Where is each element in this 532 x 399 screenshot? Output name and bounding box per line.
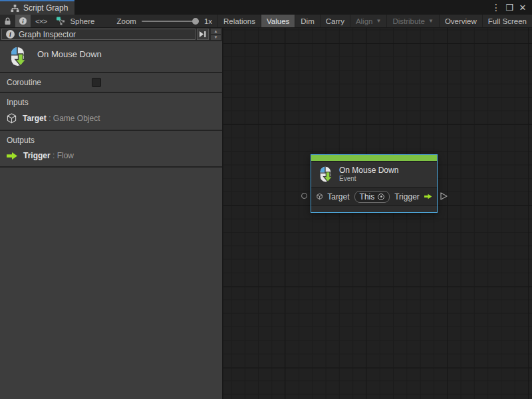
trigger-port-label: Trigger	[394, 192, 420, 201]
zoom-control: Zoom 1x	[111, 15, 217, 27]
graph-name-label: Sphere	[70, 17, 94, 25]
toolbar-button-dim[interactable]: Dim	[295, 15, 319, 27]
info-icon: i	[19, 17, 27, 25]
window-menu-icon[interactable]: ⋮	[491, 2, 501, 13]
coroutine-row: Coroutine	[0, 73, 222, 93]
node-header[interactable]: On Mouse Down Event	[311, 161, 437, 187]
titlebar: Script Graph ⋮ ❒ ✕	[0, 0, 532, 15]
cube-icon	[7, 113, 17, 124]
unit-header-section: On Mouse Down	[0, 41, 222, 73]
zoom-slider[interactable]	[142, 17, 199, 25]
outputs-section: Outputs Trigger : Flow	[0, 131, 222, 168]
graph-icon	[56, 17, 65, 25]
toolbar-button-align[interactable]: Align ▼	[350, 15, 387, 27]
node-footer	[311, 205, 437, 212]
outputs-heading: Outputs	[7, 136, 215, 145]
inputs-section: Inputs Target : Game Object	[0, 93, 222, 131]
flow-arrow-icon	[424, 193, 432, 200]
maximize-icon[interactable]: ❒	[504, 2, 515, 13]
target-port-label: Target	[327, 192, 349, 201]
toolbar-button-overview[interactable]: Overview	[439, 15, 482, 27]
coroutine-checkbox[interactable]	[92, 78, 101, 87]
zoom-label: Zoom	[116, 17, 136, 25]
toolbar-button-relations[interactable]: Relations	[217, 15, 261, 27]
object-picker-icon[interactable]	[378, 194, 384, 200]
dock-panel-button[interactable]	[197, 29, 209, 40]
align-label: Align	[356, 17, 373, 25]
node-title: On Mouse Down	[339, 166, 398, 175]
toolbar-button-fullscreen[interactable]: Full Screen	[482, 15, 532, 27]
port-label: Target : Game Object	[23, 114, 100, 123]
close-icon[interactable]: ✕	[517, 2, 528, 13]
toolbar: i <×> Sphere Zoom 1x Relations	[0, 15, 532, 28]
toolbar-button-values[interactable]: Values	[261, 15, 295, 27]
input-port-row: Target : Game Object	[7, 113, 215, 124]
toolbar-right-buttons: Relations Values Dim Carry Align ▼ Distr…	[217, 15, 532, 27]
inputs-heading: Inputs	[7, 98, 215, 107]
script-graph-window: Script Graph ⋮ ❒ ✕ i <×>	[0, 0, 532, 399]
spinner-up-button[interactable]: ▲	[210, 28, 221, 35]
inspector-title-label: Graph Inspector	[19, 30, 76, 39]
chevron-down-icon: ▼	[376, 18, 381, 24]
distribute-label: Distribute	[392, 17, 425, 25]
node-titles: On Mouse Down Event	[339, 166, 398, 183]
window-controls: ⋮ ❒ ✕	[491, 0, 532, 15]
event-color-bar	[311, 155, 437, 161]
lock-button[interactable]	[0, 15, 15, 27]
graph-breadcrumb[interactable]: Sphere	[51, 15, 99, 27]
cube-icon	[317, 192, 323, 201]
graph-canvas[interactable]: On Mouse Down Event Target This Trigger	[223, 28, 532, 399]
tab-script-graph[interactable]: Script Graph	[0, 0, 74, 15]
target-value-label: This	[360, 192, 375, 201]
chevron-down-icon: ▼	[428, 18, 434, 24]
on-mouse-down-node[interactable]: On Mouse Down Event Target This Trigger	[311, 154, 438, 213]
inspector-toggle-button[interactable]: i	[15, 15, 31, 27]
toolbar-button-distribute[interactable]: Distribute ▼	[386, 15, 439, 27]
toolbar-button-carry[interactable]: Carry	[320, 15, 350, 27]
output-port-row: Trigger : Flow	[7, 151, 215, 160]
node-port-row: Target This Trigger	[311, 187, 437, 205]
tab-label: Script Graph	[23, 3, 68, 13]
zoom-slider-track	[142, 21, 199, 22]
inspector-header-bar: i Graph Inspector ▲ ▼	[0, 28, 222, 41]
mouse-down-icon	[317, 166, 334, 183]
lock-icon	[4, 17, 11, 25]
coroutine-label: Coroutine	[7, 78, 41, 87]
unit-title: On Mouse Down	[37, 46, 102, 59]
edit-script-button[interactable]: <×>	[31, 15, 51, 27]
node-output-port[interactable]	[440, 192, 448, 200]
graph-inspector-panel: i Graph Inspector ▲ ▼ On Mouse Dow	[0, 28, 223, 399]
panel-spinner: ▲ ▼	[210, 28, 221, 41]
spinner-down-button[interactable]: ▼	[210, 35, 221, 41]
target-value-field[interactable]: This	[354, 191, 390, 203]
node-subtitle: Event	[339, 175, 398, 183]
port-label: Trigger : Flow	[23, 151, 74, 160]
code-icon: <×>	[35, 17, 47, 25]
mouse-down-icon	[7, 46, 28, 67]
inspector-title[interactable]: i Graph Inspector	[1, 29, 196, 40]
flow-arrow-icon	[7, 152, 17, 160]
dock-icon	[200, 31, 206, 37]
node-input-port[interactable]	[301, 193, 307, 199]
zoom-slider-thumb[interactable]	[192, 18, 199, 25]
script-graph-icon	[11, 4, 19, 13]
zoom-value: 1x	[204, 17, 212, 25]
info-icon: i	[6, 30, 15, 39]
